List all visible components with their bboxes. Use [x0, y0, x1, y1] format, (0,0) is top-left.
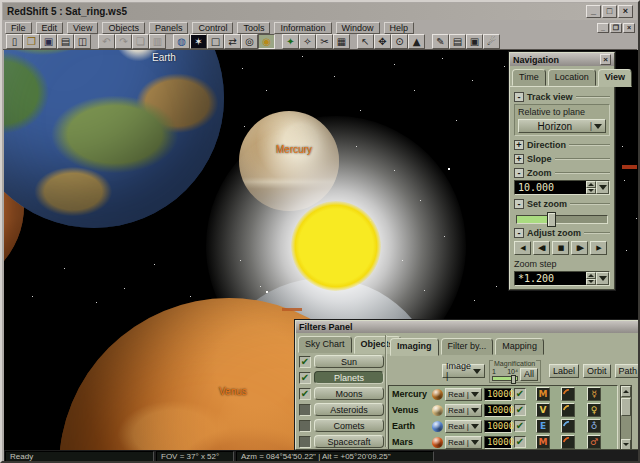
zoom-step-field[interactable]: *1.200	[514, 271, 610, 286]
moons-button[interactable]: Moons	[314, 387, 384, 400]
mdi-minimize-button[interactable]: _	[597, 23, 609, 33]
mercury-orbit-button[interactable]	[561, 387, 575, 401]
menu-tools[interactable]: Tools	[237, 22, 270, 34]
asteroids-button[interactable]: Asteroids	[314, 403, 384, 416]
fly-tool-icon[interactable]: ▲	[408, 34, 425, 49]
select-cursor-icon[interactable]: ↖	[357, 34, 374, 49]
earth-checkbox[interactable]	[514, 420, 526, 432]
mars-render-mode-dropdown[interactable]: Real |	[445, 436, 482, 449]
sun-button[interactable]: Sun	[314, 355, 384, 368]
tab-time[interactable]: Time	[512, 69, 546, 86]
zoom-preset-dropdown[interactable]	[596, 181, 609, 194]
rows-scrollbar[interactable]	[620, 385, 632, 450]
lock-object-icon[interactable]: ◉	[258, 34, 275, 49]
save-file-icon[interactable]: ▣	[40, 34, 57, 49]
tab-sky-chart[interactable]: Sky Chart	[298, 336, 352, 353]
slider-thumb[interactable]	[511, 375, 516, 384]
magnification-slider[interactable]	[492, 376, 518, 381]
media-icon[interactable]: ▣	[466, 34, 483, 49]
scroll-up-icon[interactable]	[621, 386, 631, 397]
sun-checkbox[interactable]	[299, 356, 311, 368]
image-mode-dropdown[interactable]: Image |	[442, 364, 485, 378]
zoom-step-dropdown[interactable]	[596, 272, 609, 285]
zoom-out-fast-button[interactable]: ◀	[514, 241, 531, 255]
zoom-tool-icon[interactable]: ⊙	[391, 34, 408, 49]
zoom-step-spinner[interactable]	[586, 272, 596, 285]
earth-orbit-button[interactable]	[561, 419, 575, 433]
mercury-path-button[interactable]: ☿	[587, 387, 601, 401]
panels-icon[interactable]: ▦	[333, 34, 350, 49]
minimize-button[interactable]: _	[586, 5, 601, 18]
report-icon[interactable]: ▤	[449, 34, 466, 49]
menu-edit[interactable]: Edit	[36, 22, 64, 34]
collapse-toggle-icon[interactable]: -	[514, 92, 524, 102]
mercury-magnification-field[interactable]: 10000	[484, 388, 512, 401]
filters-panel-titlebar[interactable]: Filters Panel	[296, 321, 639, 333]
mdi-restore-button[interactable]: ❐	[610, 23, 622, 33]
mars-label-button[interactable]: M	[536, 435, 550, 449]
identify-object-icon[interactable]: ✧	[299, 34, 316, 49]
mercury-checkbox[interactable]	[514, 388, 526, 400]
zoom-in-fast-button[interactable]: ▶	[590, 241, 607, 255]
zoom-stop-button[interactable]: ■	[552, 241, 569, 255]
venus-magnification-field[interactable]: 10000	[484, 404, 512, 417]
spacecraft-button[interactable]: Spacecraft	[314, 435, 384, 448]
asteroids-checkbox[interactable]	[299, 404, 311, 416]
navigation-panel-close-icon[interactable]: ×	[600, 54, 611, 65]
tab-location[interactable]: Location	[548, 69, 596, 86]
print-icon[interactable]: ▤	[57, 34, 74, 49]
subtab-imaging[interactable]: Imaging	[390, 338, 439, 356]
navigation-panel-titlebar[interactable]: Navigation ×	[510, 53, 614, 66]
path-button[interactable]: Path	[615, 364, 640, 378]
tab-view[interactable]: View	[598, 69, 632, 87]
scrollbar-thumb[interactable]	[621, 398, 631, 416]
menu-window[interactable]: Window	[336, 22, 380, 34]
comets-checkbox[interactable]	[299, 420, 311, 432]
venus-path-button[interactable]: ♀	[587, 403, 601, 417]
moons-checkbox[interactable]	[299, 388, 311, 400]
earth-label-button[interactable]: E	[536, 419, 550, 433]
zoom-value-field[interactable]: 10.000	[514, 180, 610, 195]
mars-path-button[interactable]: ♂	[587, 435, 601, 449]
mars-orbit-button[interactable]	[561, 435, 575, 449]
label-button[interactable]: Label	[549, 364, 579, 378]
sun[interactable]	[291, 201, 381, 291]
new-file-icon[interactable]: ▯	[6, 34, 23, 49]
set-zoom-slider[interactable]	[516, 215, 608, 224]
binoculars-icon[interactable]: ◎	[241, 34, 258, 49]
spacecraft-checkbox[interactable]	[299, 436, 311, 448]
deep-sky-icon[interactable]: ✂	[316, 34, 333, 49]
comets-button[interactable]: Comets	[314, 419, 384, 432]
venus-render-mode-dropdown[interactable]: Real |	[445, 404, 482, 417]
venus-orbit-button[interactable]	[561, 403, 575, 417]
print-preview-icon[interactable]: ◫	[74, 34, 91, 49]
collapse-toggle-icon[interactable]: -	[514, 168, 524, 178]
all-button[interactable]: All	[520, 368, 538, 381]
collapse-toggle-icon[interactable]: -	[514, 199, 524, 209]
maximize-button[interactable]: □	[602, 5, 617, 18]
scroll-down-icon[interactable]	[621, 439, 631, 450]
planets-checkbox[interactable]	[299, 372, 311, 384]
sky-chart-view-icon[interactable]: ✶	[190, 34, 207, 49]
zoom-in-step-button[interactable]: ▮▶	[571, 241, 588, 255]
zoom-out-step-button[interactable]: ◀▮	[533, 241, 550, 255]
menu-view[interactable]: View	[67, 22, 98, 34]
planets-button[interactable]: Planets	[314, 371, 384, 384]
venus-checkbox[interactable]	[514, 404, 526, 416]
pan-hand-icon[interactable]: ✥	[374, 34, 391, 49]
menu-control[interactable]: Control	[192, 22, 233, 34]
menu-help[interactable]: Help	[384, 22, 415, 34]
orbit-button[interactable]: Orbit	[583, 364, 611, 378]
open-file-icon[interactable]: ❐	[23, 34, 40, 49]
pen-tool-icon[interactable]: ✎	[432, 34, 449, 49]
menu-panels[interactable]: Panels	[149, 22, 189, 34]
plane-dropdown[interactable]: Horizon |	[518, 119, 606, 133]
slider-thumb[interactable]	[547, 212, 556, 227]
mercury-label-button[interactable]: M	[536, 387, 550, 401]
earth-render-mode-dropdown[interactable]: Real |	[445, 420, 482, 433]
expand-toggle-icon[interactable]: +	[514, 154, 524, 164]
earth-planet[interactable]	[4, 50, 224, 228]
expand-toggle-icon[interactable]: +	[514, 140, 524, 150]
venus-label-button[interactable]: V	[536, 403, 550, 417]
swap-view-icon[interactable]: ⇄	[224, 34, 241, 49]
